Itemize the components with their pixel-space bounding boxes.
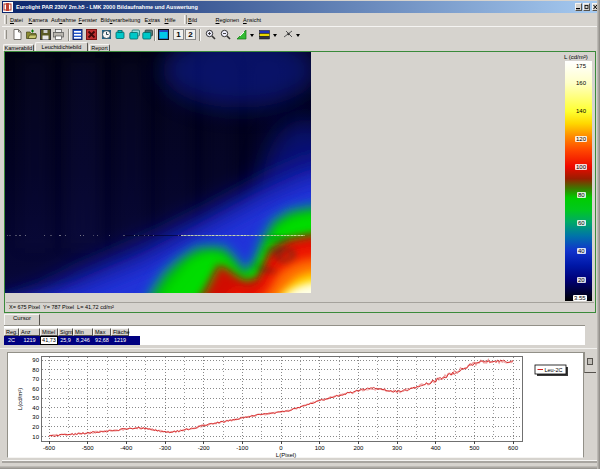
- svg-text:-500: -500: [82, 445, 95, 451]
- svg-text:60: 60: [32, 386, 39, 392]
- svg-text:L(cd/m²): L(cd/m²): [17, 388, 23, 410]
- svg-text:200: 200: [353, 445, 364, 451]
- svg-text:-200: -200: [198, 445, 211, 451]
- svg-text:300: 300: [392, 445, 403, 451]
- svg-text:70: 70: [32, 376, 39, 382]
- svg-text:500: 500: [469, 445, 480, 451]
- svg-text:50: 50: [32, 395, 39, 401]
- svg-text:100: 100: [315, 445, 326, 451]
- svg-text:30: 30: [32, 414, 39, 420]
- svg-text:400: 400: [431, 445, 442, 451]
- svg-text:-100: -100: [236, 445, 249, 451]
- svg-text:600: 600: [508, 445, 519, 451]
- svg-text:-600: -600: [43, 445, 56, 451]
- svg-text:Leu-2C: Leu-2C: [545, 367, 563, 373]
- svg-text:90: 90: [32, 357, 39, 363]
- svg-text:20: 20: [32, 424, 39, 430]
- svg-text:0: 0: [279, 445, 283, 451]
- svg-text:-300: -300: [159, 445, 172, 451]
- svg-text:-400: -400: [120, 445, 133, 451]
- svg-text:80: 80: [32, 367, 39, 373]
- svg-text:10: 10: [32, 434, 39, 440]
- svg-text:L(Pixel): L(Pixel): [276, 452, 296, 458]
- svg-text:40: 40: [32, 405, 39, 411]
